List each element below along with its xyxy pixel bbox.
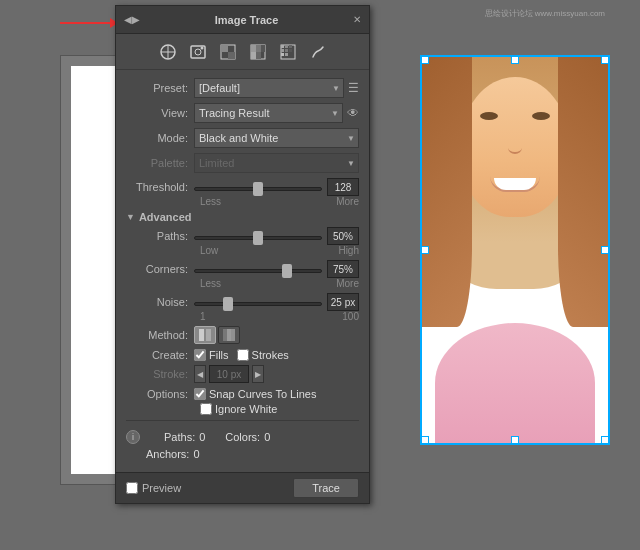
3-colors-icon[interactable] <box>216 40 240 64</box>
fills-label: Fills <box>209 349 229 361</box>
strokes-checkbox-item: Strokes <box>237 349 289 361</box>
svg-rect-11 <box>251 52 256 59</box>
svg-rect-17 <box>281 49 284 52</box>
method-row: Method: <box>126 326 359 344</box>
handle-top-left[interactable] <box>421 56 429 64</box>
options-label: Options: <box>126 388 194 400</box>
info-icon[interactable]: i <box>126 430 140 444</box>
advanced-section-header[interactable]: ▼ Advanced <box>126 211 359 223</box>
noise-label: Noise: <box>126 296 194 308</box>
threshold-slider[interactable] <box>194 187 322 191</box>
preview-label: Preview <box>142 482 181 494</box>
strokes-checkbox[interactable] <box>237 349 249 361</box>
corners-slider[interactable] <box>194 269 322 273</box>
svg-rect-25 <box>227 329 235 341</box>
anchors-stat-label: Anchors: <box>146 448 189 460</box>
svg-point-2 <box>195 49 201 55</box>
handle-top-mid[interactable] <box>511 56 519 64</box>
noise-slider-wrapper <box>194 296 322 308</box>
palette-select[interactable]: Limited <box>194 153 359 173</box>
svg-rect-9 <box>256 45 261 52</box>
panel-titlebar: ◀▶ Image Trace ✕ <box>116 6 369 34</box>
threshold-slider-wrapper <box>194 181 322 193</box>
preview-checkbox[interactable] <box>126 482 138 494</box>
corners-max-label: More <box>336 278 359 289</box>
svg-rect-18 <box>285 49 288 52</box>
auto-color-icon[interactable] <box>156 40 180 64</box>
view-eye-icon[interactable]: 👁 <box>347 106 359 120</box>
ignore-white-checkbox[interactable] <box>200 403 212 415</box>
preset-menu-icon[interactable]: ☰ <box>348 81 359 95</box>
advanced-triangle-icon: ▼ <box>126 212 135 222</box>
threshold-label: Threshold: <box>126 181 194 193</box>
svg-rect-14 <box>281 45 284 48</box>
palette-select-wrapper: Limited ▼ <box>194 153 359 173</box>
hand-drawn-icon[interactable] <box>306 40 330 64</box>
stroke-increment-btn[interactable]: ▶ <box>252 365 264 383</box>
advanced-label: Advanced <box>139 211 192 223</box>
corners-value[interactable] <box>327 260 359 278</box>
fills-checkbox[interactable] <box>194 349 206 361</box>
16-colors-icon[interactable] <box>276 40 300 64</box>
svg-rect-23 <box>206 329 211 341</box>
method-overlapping-btn[interactable] <box>218 326 240 344</box>
handle-top-right[interactable] <box>601 56 609 64</box>
handle-right-mid[interactable] <box>601 246 609 254</box>
anchors-stat-value: 0 <box>193 448 199 460</box>
handle-bottom-right[interactable] <box>601 436 609 444</box>
paths-slider-wrapper <box>194 230 322 242</box>
noise-value[interactable] <box>327 293 359 311</box>
watermark: 思绘设计论坛 www.missyuan.com <box>485 8 605 19</box>
paths-slider[interactable] <box>194 236 322 240</box>
6-colors-icon[interactable] <box>246 40 270 64</box>
trace-button[interactable]: Trace <box>293 478 359 498</box>
options-ignore-row: Ignore White <box>126 403 359 415</box>
titlebar-right-controls: ✕ <box>353 14 361 25</box>
corners-minmax: Less More <box>126 278 359 289</box>
stroke-label: Stroke: <box>126 368 194 380</box>
face <box>460 77 570 217</box>
method-abutting-btn[interactable] <box>194 326 216 344</box>
stats-row: i Paths: 0 Colors: 0 <box>126 426 359 448</box>
corners-row: Corners: Less More <box>126 260 359 289</box>
view-row: View: Tracing ResultOutlinesOutlines wit… <box>126 103 359 123</box>
hair-right <box>558 57 608 327</box>
right-eye <box>532 112 550 120</box>
preset-select[interactable]: [Default]High Fidelity PhotoLow Fidelity… <box>194 78 344 98</box>
svg-rect-16 <box>289 45 292 48</box>
handle-left-mid[interactable] <box>421 246 429 254</box>
mode-label: Mode: <box>126 132 194 144</box>
paths-stat-label: Paths: <box>164 431 195 443</box>
handle-bottom-mid[interactable] <box>511 436 519 444</box>
resize-btn[interactable]: ◀▶ <box>124 14 140 25</box>
stroke-input <box>209 365 249 383</box>
handle-bottom-left[interactable] <box>421 436 429 444</box>
view-select[interactable]: Tracing ResultOutlinesOutlines with Trac… <box>194 103 343 123</box>
photo-panel <box>420 55 610 445</box>
paths-value[interactable] <box>327 227 359 245</box>
stroke-decrement-btn[interactable]: ◀ <box>194 365 206 383</box>
mode-select[interactable]: Black and WhiteGrayscaleColor <box>194 128 359 148</box>
corners-min-label: Less <box>200 278 221 289</box>
svg-rect-8 <box>251 45 256 52</box>
svg-point-3 <box>200 46 203 49</box>
threshold-value[interactable] <box>327 178 359 196</box>
paths-slider-container: Paths: <box>126 227 359 245</box>
svg-rect-22 <box>199 329 204 341</box>
snap-curves-checkbox[interactable] <box>194 388 206 400</box>
corners-slider-wrapper <box>194 263 322 275</box>
palette-label: Palette: <box>126 157 194 169</box>
high-fidelity-photo-icon[interactable] <box>186 40 210 64</box>
close-btn[interactable]: ✕ <box>353 14 361 25</box>
colors-stat-label: Colors: <box>225 431 260 443</box>
arrow-indicator <box>60 18 118 28</box>
preset-row: Preset: [Default]High Fidelity PhotoLow … <box>126 78 359 98</box>
panel-toolbar <box>116 34 369 70</box>
noise-slider[interactable] <box>194 302 322 306</box>
colors-stat: Colors: 0 <box>225 431 270 443</box>
paths-row: Paths: Low High <box>126 227 359 256</box>
preset-select-wrapper: [Default]High Fidelity PhotoLow Fidelity… <box>194 78 344 98</box>
corners-label: Corners: <box>126 263 194 275</box>
panel-body: Preset: [Default]High Fidelity PhotoLow … <box>116 70 369 472</box>
hair-left <box>422 57 472 327</box>
